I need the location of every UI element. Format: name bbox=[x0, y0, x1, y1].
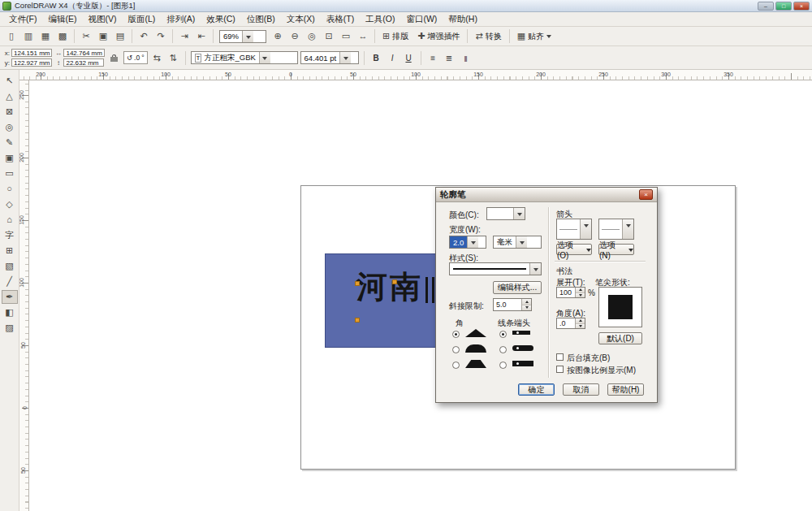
polygon-tool-button[interactable]: ◇ bbox=[2, 197, 18, 211]
miter-limit-value[interactable]: 5.0 bbox=[494, 299, 521, 310]
zoom-in-button[interactable]: ⊕ bbox=[270, 28, 286, 45]
start-arrow-options-button[interactable]: 选项(O) bbox=[556, 244, 592, 255]
dialog-close-button[interactable]: × bbox=[639, 189, 653, 200]
outline-width-combo[interactable]: 2.0 bbox=[449, 236, 486, 249]
menu-help[interactable]: 帮助(H) bbox=[443, 12, 483, 27]
start-arrow-picker[interactable] bbox=[556, 219, 592, 240]
maximize-button[interactable]: □ bbox=[775, 2, 792, 11]
shape-tool-button[interactable]: △ bbox=[2, 89, 18, 103]
zoom-level-combo[interactable]: 69% bbox=[219, 30, 266, 43]
outline-color-picker[interactable] bbox=[486, 207, 525, 220]
menu-view[interactable]: 视图(V) bbox=[82, 12, 122, 27]
close-button[interactable]: × bbox=[793, 2, 810, 11]
dropdown-arrow-icon[interactable] bbox=[259, 52, 270, 63]
x-position-input[interactable]: 124.151 mm bbox=[11, 49, 52, 57]
text-node-handle[interactable] bbox=[392, 279, 397, 284]
zoom-out-button[interactable]: ⊖ bbox=[287, 28, 303, 45]
zoom-to-width-button[interactable]: ↔ bbox=[355, 28, 371, 45]
columns-button[interactable]: ||| bbox=[459, 51, 473, 65]
miter-limit-spinner[interactable]: 5.0 bbox=[493, 298, 532, 311]
menu-table[interactable]: 表格(T) bbox=[321, 12, 360, 27]
dropdown-arrow-icon[interactable] bbox=[516, 236, 527, 248]
cap-round-radio[interactable] bbox=[499, 346, 507, 353]
undo-button[interactable]: ↶ bbox=[136, 28, 152, 45]
new-button[interactable]: ▯ bbox=[3, 28, 19, 45]
stretch-value[interactable]: 100 bbox=[557, 288, 575, 297]
freehand-tool-button[interactable]: ✎ bbox=[2, 136, 18, 149]
dropdown-arrow-icon[interactable] bbox=[242, 31, 253, 42]
ok-button[interactable]: 确定 bbox=[518, 383, 555, 396]
table-tool-button[interactable]: ⊞ bbox=[2, 244, 18, 258]
cap-butt-radio[interactable] bbox=[499, 331, 507, 338]
menu-effects[interactable]: 效果(C) bbox=[201, 12, 241, 27]
lock-ratio-button[interactable] bbox=[107, 51, 121, 65]
redo-button[interactable]: ↷ bbox=[153, 28, 169, 45]
rotation-input[interactable]: ↺ .0 ° bbox=[123, 51, 148, 64]
default-button[interactable]: 默认(D) bbox=[598, 332, 642, 344]
menu-window[interactable]: 窗口(W) bbox=[400, 12, 443, 27]
paragraph-formatting-button[interactable]: ≣ bbox=[443, 51, 456, 65]
zoom-to-all-button[interactable]: ⊡ bbox=[321, 28, 337, 45]
nib-shape-preview[interactable] bbox=[598, 287, 642, 327]
dropdown-arrow-icon[interactable] bbox=[622, 219, 633, 239]
behind-fill-checkbox[interactable] bbox=[556, 353, 564, 361]
font-size-combo[interactable]: 64.401 pt bbox=[300, 51, 359, 64]
snap-button[interactable]: ▦ 贴齐 bbox=[513, 30, 555, 43]
zoom-tool-button[interactable]: ◎ bbox=[2, 120, 18, 134]
smart-fill-tool-button[interactable]: ▣ bbox=[2, 151, 18, 165]
convert-button[interactable]: ⇄ 转换 bbox=[471, 30, 505, 43]
print-button[interactable]: ▩ bbox=[54, 28, 71, 45]
cancel-button[interactable]: 取消 bbox=[563, 383, 599, 396]
mirror-horizontal-button[interactable]: ⇆ bbox=[150, 51, 164, 65]
zoom-to-selection-button[interactable]: ◎ bbox=[304, 28, 320, 45]
rectangle-tool-button[interactable]: ▭ bbox=[2, 167, 18, 180]
scale-with-image-checkbox[interactable] bbox=[556, 366, 564, 373]
menu-text[interactable]: 文本(X) bbox=[281, 12, 321, 27]
dialog-titlebar[interactable]: 轮廓笔 × bbox=[436, 188, 657, 202]
font-family-combo[interactable]: T 方正粗宋_GBK bbox=[191, 51, 298, 64]
help-button[interactable]: 帮助(H) bbox=[607, 383, 644, 396]
save-button[interactable]: ▦ bbox=[37, 28, 54, 45]
basic-shapes-tool-button[interactable]: ⌂ bbox=[2, 213, 18, 227]
object-width-input[interactable]: 142.764 mm bbox=[63, 49, 104, 57]
pick-tool-button[interactable]: ↖ bbox=[2, 74, 18, 88]
typeset-button[interactable]: ⊞ 排版 bbox=[378, 30, 412, 43]
zoom-to-page-button[interactable]: ▭ bbox=[338, 28, 354, 45]
copy-button[interactable]: ▣ bbox=[95, 28, 111, 45]
alignment-button[interactable]: ≡ bbox=[426, 51, 440, 65]
blend-tool-button[interactable]: ▧ bbox=[2, 259, 18, 273]
spin-down-icon[interactable] bbox=[522, 305, 531, 311]
angle-spinner[interactable]: .0 bbox=[556, 318, 585, 329]
text-node-handle[interactable] bbox=[355, 318, 360, 323]
crop-tool-button[interactable]: ⊠ bbox=[2, 105, 18, 119]
spin-down-icon[interactable] bbox=[576, 293, 585, 298]
interactive-fill-tool-button[interactable]: ▨ bbox=[2, 321, 18, 335]
open-button[interactable]: ▥ bbox=[20, 28, 37, 45]
dropdown-arrow-icon[interactable] bbox=[580, 219, 591, 239]
corner-bevel-radio[interactable] bbox=[452, 362, 460, 369]
dropdown-arrow-icon[interactable] bbox=[339, 52, 351, 63]
corner-miter-radio[interactable] bbox=[452, 331, 460, 338]
vertical-ruler[interactable]: 250 200 150 100 50 0 50 bbox=[19, 80, 29, 511]
width-units-combo[interactable]: 毫米 bbox=[493, 236, 542, 249]
cut-button[interactable]: ✂ bbox=[78, 28, 94, 45]
mirror-vertical-button[interactable]: ⇅ bbox=[166, 51, 180, 65]
fill-tool-button[interactable]: ◧ bbox=[2, 305, 18, 319]
underline-button[interactable]: U bbox=[402, 51, 416, 65]
end-arrow-options-button[interactable]: 选项(N) bbox=[598, 244, 634, 255]
end-arrow-picker[interactable] bbox=[598, 219, 634, 240]
outline-width-value[interactable]: 2.0 bbox=[450, 236, 467, 248]
import-button[interactable]: ⇥ bbox=[176, 28, 192, 45]
cap-square-radio[interactable] bbox=[499, 362, 507, 369]
text-tool-button[interactable]: 字 bbox=[2, 228, 18, 242]
outline-pen-tool-button[interactable]: ✒ bbox=[2, 290, 18, 304]
export-button[interactable]: ⇤ bbox=[193, 28, 209, 45]
menu-layout[interactable]: 版面(L) bbox=[122, 12, 161, 27]
y-position-input[interactable]: 122.927 mm bbox=[11, 58, 52, 67]
spin-down-icon[interactable] bbox=[576, 324, 585, 329]
menu-edit[interactable]: 编辑(E) bbox=[42, 12, 82, 27]
spin-up-icon[interactable] bbox=[522, 299, 531, 305]
dropdown-arrow-icon[interactable] bbox=[467, 236, 478, 248]
corner-round-radio[interactable] bbox=[452, 346, 460, 353]
paste-button[interactable]: ▤ bbox=[112, 28, 128, 45]
